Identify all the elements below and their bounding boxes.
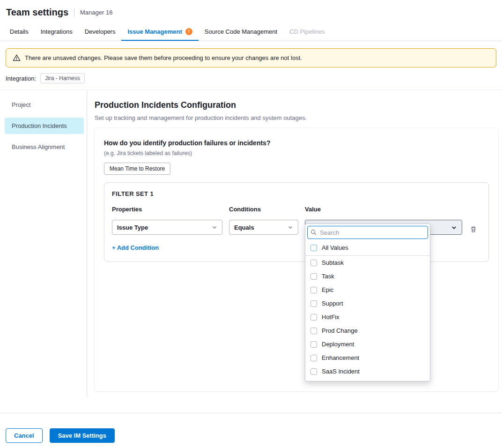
sidebar-item-label: Production Incidents [12,122,67,129]
tab-issue-management[interactable]: Issue Management ! [121,23,198,41]
chevron-down-icon [212,224,217,230]
property-select[interactable]: Issue Type [112,220,222,235]
option-saas-incident[interactable]: SaaS Incident [305,365,430,378]
option-label: Epic [322,286,333,293]
settings-tabbar: Details Integrations Developers Issue Ma… [0,23,502,41]
metric-chip-mean-time-to-restore[interactable]: Mean Time to Restore [104,163,170,175]
add-condition-button[interactable]: + Add Condition [112,244,159,251]
checkbox[interactable] [310,368,317,375]
option-label: Prod Change [322,327,358,334]
dropdown-search-input[interactable] [307,226,428,239]
option-subtask[interactable]: Subtask [305,256,430,269]
integration-chip[interactable]: Jira - Harness [40,73,85,83]
option-customer-notification[interactable]: Customer Notification [305,378,430,381]
unsaved-changes-banner: There are unsaved changes. Please save t… [6,48,496,67]
checkbox[interactable] [310,328,317,334]
team-context-label: Manager 16 [74,8,112,17]
filter-row: Properties Issue Type Conditions Equals [112,206,481,236]
checkbox[interactable] [310,245,317,251]
content-area: Project Production Incidents Business Al… [0,90,502,397]
option-prod-change[interactable]: Prod Change [305,324,430,337]
sidebar-item-production-incidents[interactable]: Production Incidents [5,118,84,134]
settings-sidebar: Project Production Incidents Business Al… [0,90,87,397]
checkbox[interactable] [310,300,317,307]
incidents-config-card: How do you identify production failures … [95,128,498,391]
option-label: Subtask [322,259,344,266]
dropdown-search-wrap [305,224,430,241]
page-header: Team settings Manager 16 [0,0,502,23]
option-support[interactable]: Support [305,297,430,310]
tab-integrations[interactable]: Integrations [35,23,79,41]
tab-label: Details [10,28,29,35]
option-label: Deployment [322,341,354,348]
checkbox[interactable] [310,260,317,266]
option-epic[interactable]: Epic [305,283,430,297]
option-enhancement[interactable]: Enhancement [305,351,430,365]
page-title: Team settings [6,7,68,18]
checkbox[interactable] [310,355,317,361]
tab-label: Developers [85,28,116,35]
warning-icon [13,54,21,62]
condition-select-value: Equals [234,224,254,231]
option-label: HotFix [322,314,340,321]
column-label-properties: Properties [112,206,222,213]
integration-row: Integration: Jira - Harness [6,73,496,83]
option-label: Enhancement [322,354,359,361]
unsaved-changes-badge-icon: ! [185,28,192,35]
trash-icon [470,225,477,233]
main-panel: Production Incidents Configuration Set u… [87,90,502,397]
tab-developers[interactable]: Developers [79,23,122,41]
sidebar-item-business-alignment[interactable]: Business Alignment [5,139,84,155]
checkbox[interactable] [310,341,317,348]
option-hotfix[interactable]: HotFix [305,310,430,324]
option-deployment[interactable]: Deployment [305,337,430,351]
footer-spacer [0,397,502,413]
option-task[interactable]: Task [305,269,430,283]
search-icon [310,229,317,235]
checkbox[interactable] [310,314,317,321]
tab-cd-pipelines: CD Pipelines [283,23,331,41]
tab-label: Integrations [41,28,73,35]
chevron-down-icon [451,224,457,231]
sidebar-item-label: Business Alignment [12,143,65,150]
tab-source-code-management[interactable]: Source Code Management [199,23,283,41]
sidebar-item-label: Project [12,101,30,108]
option-label: Support [322,300,343,307]
delete-filter-row-button[interactable] [469,224,478,236]
value-dropdown-panel: All Values Subtask Task [305,224,430,381]
banner-message: There are unsaved changes. Please save t… [25,54,302,61]
cancel-button[interactable]: Cancel [6,428,43,443]
config-hint: (e.g. Jira tickets labeled as failures) [104,150,489,157]
chevron-down-icon [288,224,293,230]
option-all-values[interactable]: All Values [305,241,430,256]
tab-details[interactable]: Details [4,23,35,41]
filter-set-1: FILTER SET 1 Properties Issue Type Condi… [104,182,489,262]
filter-set-title: FILTER SET 1 [112,190,481,197]
condition-select[interactable]: Equals [229,220,298,235]
integration-label: Integration: [6,75,36,82]
save-im-settings-button[interactable]: Save IM Settings [50,428,115,443]
column-label-value: Value [305,206,462,213]
tab-label: CD Pipelines [289,28,325,35]
column-label-conditions: Conditions [229,206,298,213]
section-title: Production Incidents Configuration [95,100,498,110]
page-footer: Cancel Save IM Settings [0,413,502,448]
property-select-value: Issue Type [117,224,148,231]
tab-label: Source Code Management [205,28,277,35]
option-label: SaaS Incident [322,368,360,375]
config-question: How do you identify production failures … [104,139,489,147]
checkbox[interactable] [310,287,317,293]
tab-label: Issue Management [127,28,182,35]
option-label: All Values [322,244,348,251]
option-label: Task [322,273,334,280]
sidebar-item-project[interactable]: Project [5,97,84,113]
section-subtitle: Set up tracking and management for produ… [95,114,498,121]
checkbox[interactable] [310,273,317,280]
